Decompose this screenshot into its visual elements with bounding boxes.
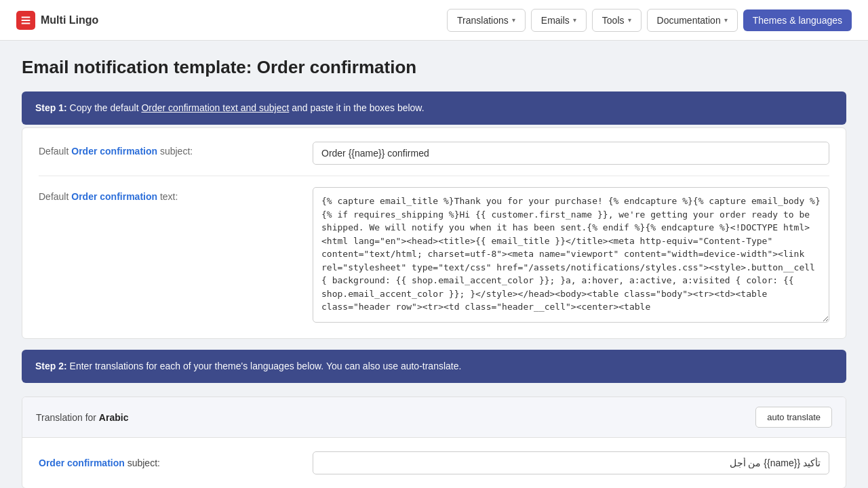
auto-translate-button[interactable]: auto translate: [755, 407, 832, 428]
documentation-label: Documentation: [657, 15, 721, 26]
logo: Multi Lingo: [16, 11, 98, 30]
step2-label: Step 2:: [35, 361, 67, 371]
gap: [22, 386, 846, 396]
subject-label-name: Order confirmation: [71, 146, 157, 157]
translation-language: Arabic: [99, 412, 129, 423]
translation-header: Translation for Arabic auto translate: [22, 397, 846, 438]
step2-banner: Step 2: Enter translations for each of y…: [22, 350, 846, 383]
tools-menu-button[interactable]: Tools ▾: [592, 9, 642, 32]
translation-for-prefix: Translation for: [36, 412, 99, 423]
step1-text: Copy the default: [70, 102, 142, 113]
translation-subject-label-main: Order confirmation: [39, 458, 125, 468]
documentation-menu-button[interactable]: Documentation ▾: [647, 9, 738, 32]
divider: [39, 176, 829, 176]
emails-chevron-icon: ▾: [573, 16, 576, 24]
step1-suffix: and paste it in the boxes below.: [292, 102, 424, 113]
auto-translate-label: auto translate: [767, 412, 821, 422]
default-fields-card: Default Order confirmation subject: Defa…: [22, 127, 846, 339]
text-label-name: Order confirmation: [71, 191, 157, 202]
translation-header-text: Translation for Arabic: [36, 412, 128, 423]
translation-body: Order confirmation subject:: [22, 438, 846, 488]
card-body: Default Order confirmation subject: Defa…: [22, 128, 846, 338]
translation-subject-input-wrapper: [313, 451, 829, 474]
default-subject-input[interactable]: [313, 142, 829, 165]
logo-text: Multi Lingo: [41, 14, 98, 26]
themes-languages-label: Themes & languages: [753, 15, 842, 26]
themes-languages-button[interactable]: Themes & languages: [743, 9, 852, 31]
translations-label: Translations: [457, 15, 509, 26]
emails-label: Emails: [541, 15, 570, 26]
text-field-row: Default Order confirmation text:: [39, 187, 829, 325]
translation-subject-row: Order confirmation subject:: [39, 451, 829, 474]
page-title: Email notification template: Order confi…: [22, 57, 846, 78]
subject-label-prefix: Default: [39, 146, 71, 157]
subject-field-label: Default Order confirmation subject:: [39, 142, 296, 157]
navbar: Multi Lingo Translations ▾ Emails ▾ Tool…: [0, 0, 868, 41]
text-field-label: Default Order confirmation text:: [39, 187, 296, 202]
emails-menu-button[interactable]: Emails ▾: [531, 9, 587, 32]
translations-chevron-icon: ▾: [512, 16, 515, 24]
logo-svg: [20, 14, 32, 26]
step2-text: Enter translations for each of your them…: [70, 361, 462, 371]
subject-label-suffix: subject:: [157, 146, 193, 157]
translation-subject-label: Order confirmation subject:: [39, 458, 296, 468]
logo-icon: [16, 11, 35, 30]
text-label-suffix: text:: [157, 191, 178, 202]
default-text-textarea[interactable]: [313, 187, 829, 323]
documentation-chevron-icon: ▾: [724, 16, 728, 24]
nav-buttons: Translations ▾ Emails ▾ Tools ▾ Document…: [447, 9, 852, 32]
translation-subject-label-suffix: subject:: [125, 458, 160, 468]
subject-field-input-wrapper: [313, 142, 829, 165]
text-field-input-wrapper: [313, 187, 829, 325]
step1-label: Step 1:: [35, 102, 67, 113]
step1-link[interactable]: Order confirmation text and subject: [141, 102, 289, 113]
main-content: Email notification template: Order confi…: [0, 41, 868, 488]
translation-card: Translation for Arabic auto translate Or…: [22, 396, 846, 488]
subject-field-row: Default Order confirmation subject:: [39, 142, 829, 165]
translation-subject-input[interactable]: [313, 451, 829, 474]
tools-chevron-icon: ▾: [628, 16, 631, 24]
translations-menu-button[interactable]: Translations ▾: [447, 9, 526, 32]
text-label-prefix: Default: [39, 191, 71, 202]
tools-label: Tools: [602, 15, 625, 26]
step1-banner: Step 1: Copy the default Order confirmat…: [22, 92, 846, 125]
